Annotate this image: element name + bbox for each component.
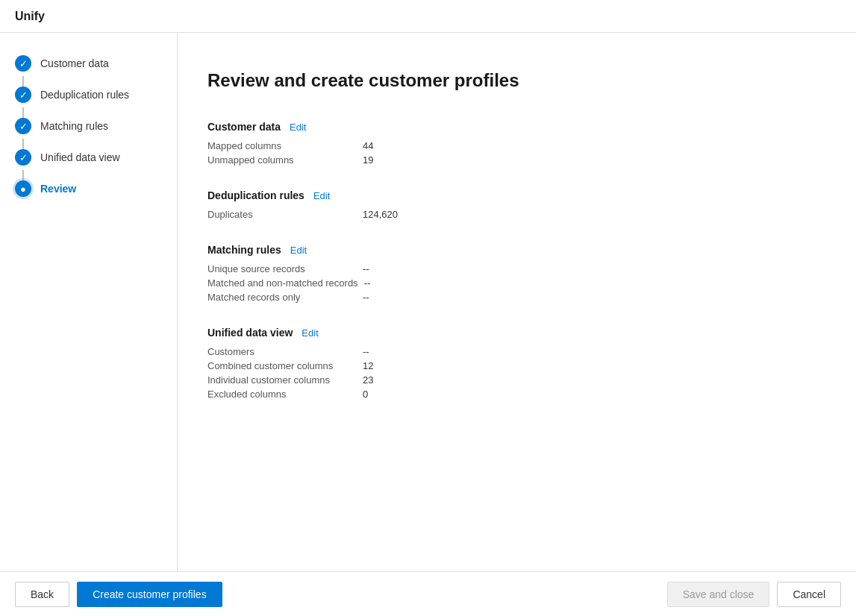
value-individual-customer-columns: 23 [363,374,373,386]
back-button[interactable]: Back [15,582,69,607]
sidebar-item-deduplication-rules[interactable]: ✓ Deduplication rules [0,79,177,110]
sidebar-item-review[interactable]: ● Review [0,173,177,204]
step-icon-deduplication-rules: ✓ [15,87,31,103]
sidebar-label-matching-rules: Matching rules [40,120,108,132]
row-unmapped-columns: Unmapped columns 19 [207,153,826,167]
sidebar-label-unified-data-view: Unified data view [40,151,120,163]
step-icon-customer-data: ✓ [15,55,31,72]
sidebar-label-review: Review [40,183,76,195]
section-header-customer-data: Customer data Edit [207,121,826,133]
section-deduplication-rules: Deduplication rules Edit Duplicates 124,… [207,189,826,221]
value-mapped-columns: 44 [363,140,373,151]
label-matched-non-matched: Matched and non-matched records [207,277,358,289]
footer-left: Back Create customer profiles [15,582,667,607]
cancel-button[interactable]: Cancel [777,582,841,607]
section-title-matching-rules: Matching rules [207,244,281,256]
row-customers: Customers -- [207,345,826,359]
section-header-deduplication-rules: Deduplication rules Edit [207,189,826,201]
value-matched-non-matched: -- [364,277,371,289]
row-combined-customer-columns: Combined customer columns 12 [207,359,826,373]
create-profiles-button[interactable]: Create customer profiles [77,582,222,607]
label-customers: Customers [207,346,357,357]
edit-link-customer-data[interactable]: Edit [290,122,306,133]
edit-link-matching-rules[interactable]: Edit [290,245,307,256]
sidebar-item-unified-data-view[interactable]: ✓ Unified data view [0,142,177,173]
value-duplicates: 124,620 [363,209,398,220]
main-layout: ✓ Customer data ✓ Deduplication rules ✓ … [0,33,856,571]
footer: Back Create customer profiles Save and c… [0,571,856,616]
row-duplicates: Duplicates 124,620 [207,207,826,221]
edit-link-unified-data-view[interactable]: Edit [302,327,318,339]
row-individual-customer-columns: Individual customer columns 23 [207,373,826,387]
footer-right: Save and close Cancel [667,582,841,607]
app-header: Unify [0,0,856,33]
value-combined-customer-columns: 12 [363,360,373,371]
page-title: Review and create customer profiles [207,70,826,91]
row-matched-records-only: Matched records only -- [207,290,826,304]
app-title: Unify [15,10,45,23]
label-combined-customer-columns: Combined customer columns [207,360,357,371]
content-area: Review and create customer profiles Cust… [178,33,856,571]
row-excluded-columns: Excluded columns 0 [207,387,826,401]
sidebar-item-matching-rules[interactable]: ✓ Matching rules [0,110,177,142]
step-icon-review: ● [15,180,31,197]
label-duplicates: Duplicates [207,209,357,220]
row-matched-non-matched: Matched and non-matched records -- [207,276,826,290]
value-unique-source-records: -- [363,263,369,274]
label-matched-records-only: Matched records only [207,292,357,303]
section-title-unified-data-view: Unified data view [207,327,293,339]
value-matched-records-only: -- [363,292,369,303]
label-unique-source-records: Unique source records [207,263,357,274]
section-title-deduplication-rules: Deduplication rules [207,189,304,201]
sidebar-label-customer-data: Customer data [40,57,109,69]
label-excluded-columns: Excluded columns [207,389,357,400]
section-title-customer-data: Customer data [207,121,281,133]
step-icon-unified-data-view: ✓ [15,149,31,166]
value-unmapped-columns: 19 [363,154,373,166]
section-customer-data: Customer data Edit Mapped columns 44 Unm… [207,121,826,167]
save-close-button[interactable]: Save and close [667,582,770,607]
label-individual-customer-columns: Individual customer columns [207,374,357,386]
value-excluded-columns: 0 [363,389,368,400]
sidebar-label-deduplication-rules: Deduplication rules [40,89,129,101]
label-mapped-columns: Mapped columns [207,140,357,151]
row-mapped-columns: Mapped columns 44 [207,139,826,153]
step-icon-matching-rules: ✓ [15,118,31,134]
section-header-matching-rules: Matching rules Edit [207,244,826,256]
section-unified-data-view: Unified data view Edit Customers -- Comb… [207,327,826,401]
section-matching-rules: Matching rules Edit Unique source record… [207,244,826,304]
value-customers: -- [363,346,369,357]
row-unique-source-records: Unique source records -- [207,262,826,276]
label-unmapped-columns: Unmapped columns [207,154,357,166]
sidebar: ✓ Customer data ✓ Deduplication rules ✓ … [0,33,178,571]
sidebar-item-customer-data[interactable]: ✓ Customer data [0,48,177,79]
section-header-unified-data-view: Unified data view Edit [207,327,826,339]
edit-link-deduplication-rules[interactable]: Edit [313,190,330,201]
